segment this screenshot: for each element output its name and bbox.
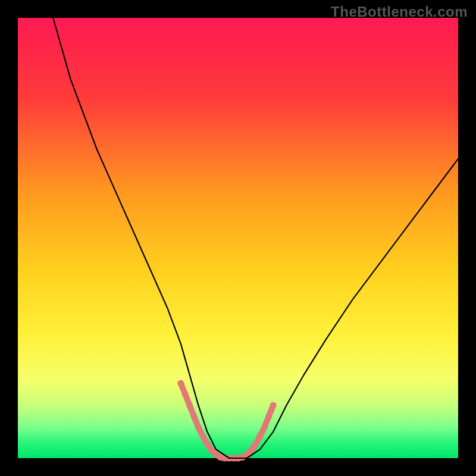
highlight-bead <box>248 447 255 453</box>
highlight-bead <box>252 441 259 447</box>
watermark-text: TheBottleneck.com <box>331 4 468 20</box>
highlight-bead <box>182 391 189 397</box>
highlight-bead <box>270 402 277 409</box>
plot-background <box>18 18 458 458</box>
highlight-bead <box>261 424 268 431</box>
bottleneck-chart <box>0 0 476 476</box>
highlight-bead <box>177 380 184 387</box>
chart-stage: TheBottleneck.com <box>0 0 476 476</box>
highlight-bead <box>257 433 264 440</box>
highlight-bead <box>204 441 211 447</box>
highlight-bead <box>186 402 193 409</box>
highlight-bead <box>195 424 202 431</box>
highlight-bead <box>199 433 206 440</box>
highlight-bead <box>191 413 198 419</box>
highlight-bead <box>265 413 272 419</box>
